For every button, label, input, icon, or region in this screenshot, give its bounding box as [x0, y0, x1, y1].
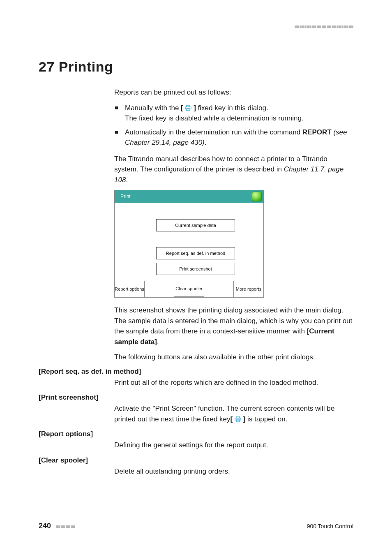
- printer-icon: [185, 105, 191, 111]
- intro-paragraph: Reports can be printed out as follows:: [114, 87, 353, 98]
- report-seq-button[interactable]: Report seq. as def. in method: [156, 247, 235, 259]
- device-titlebar: Print: [115, 190, 263, 203]
- bullet1-text-b: fixed key in this dialog.: [196, 104, 268, 112]
- def-term-print-screenshot: [Print screenshot]: [39, 393, 353, 402]
- def-term-clear-spooler: [Clear spooler]: [39, 456, 353, 465]
- footer-product: 900 Touch Control: [307, 523, 353, 530]
- print-screenshot-button[interactable]: Print screenshot: [156, 263, 235, 275]
- page-footer: 240 900 Touch Control: [39, 522, 353, 530]
- def-print-screenshot: [Print screenshot] Activate the "Print S…: [39, 393, 353, 424]
- page-number: 240: [39, 522, 51, 530]
- status-orb-icon: [252, 192, 262, 201]
- body-column: Reports can be printed out as follows: M…: [114, 87, 353, 363]
- report-options-label: Report options: [115, 287, 144, 292]
- bullet-item-1: Manually with the [ ] fixed key in this …: [114, 103, 353, 124]
- bullet-list: Manually with the [ ] fixed key in this …: [114, 103, 353, 148]
- page: 27 Printing Reports can be printed out a…: [0, 0, 392, 555]
- para2-period: .: [126, 176, 128, 184]
- para-screenshot-desc: This screenshot shows the printing dialo…: [114, 305, 353, 347]
- para-following-buttons: The following buttons are also available…: [114, 352, 353, 363]
- report-options-button[interactable]: Report options: [115, 281, 145, 297]
- clear-spooler-label: Clear spooler: [175, 286, 202, 291]
- footer-ornament: [56, 525, 75, 528]
- bullet1-text-a: Manually with the: [125, 104, 181, 112]
- def-report-options: [Report options] Defining the general se…: [39, 430, 353, 451]
- bullet1-line2: The fixed key is disabled while a determ…: [125, 114, 304, 122]
- def-desc-clear-spooler: Delete all outstanding printing orders.: [114, 466, 353, 477]
- def-term-report-seq: [Report seq. as def. in method]: [39, 368, 353, 376]
- bullet2-command: REPORT: [302, 128, 332, 136]
- def-desc-report-options: Defining the general settings for the re…: [114, 440, 353, 451]
- svg-rect-0: [187, 105, 190, 107]
- def-desc-print-screenshot: Activate the "Print Screen" function. Th…: [114, 403, 353, 424]
- ps-desc-b: is tapped on.: [245, 415, 287, 423]
- header-ornament: [295, 25, 353, 28]
- bullet-item-2: Automatically in the determination run w…: [114, 127, 353, 148]
- chapter-title: 27 Printing: [39, 59, 353, 75]
- def-report-seq: [Report seq. as def. in method] Print ou…: [39, 368, 353, 388]
- printer-icon: [235, 416, 241, 422]
- def-clear-spooler: [Clear spooler] Delete all outstanding p…: [39, 456, 353, 477]
- current-sample-data-button[interactable]: Current sample data: [156, 219, 235, 231]
- device-title-text: Print: [120, 193, 131, 200]
- def-term-report-options: [Report options]: [39, 430, 353, 438]
- more-reports-button[interactable]: More reports: [233, 281, 263, 297]
- more-reports-label: More reports: [236, 287, 261, 292]
- device-screenshot: Print Current sample data Report seq. as…: [114, 190, 264, 298]
- bullet2-text-a: Automatically in the determination run w…: [125, 128, 302, 136]
- ps-desc-a: Activate the "Print Screen" function. Th…: [114, 405, 334, 423]
- clear-spooler-button[interactable]: Clear spooler: [174, 281, 204, 297]
- para-titrando: The Titrando manual describes how to con…: [114, 154, 353, 185]
- device-footer: Report options Clear spooler More report…: [115, 281, 263, 297]
- para3-period: .: [157, 338, 159, 346]
- device-body: Current sample data Report seq. as def. …: [115, 203, 263, 281]
- def-desc-report-seq: Print out all of the reports which are d…: [114, 377, 353, 388]
- bullet2-period: .: [205, 139, 207, 146]
- footer-left: 240: [39, 522, 75, 530]
